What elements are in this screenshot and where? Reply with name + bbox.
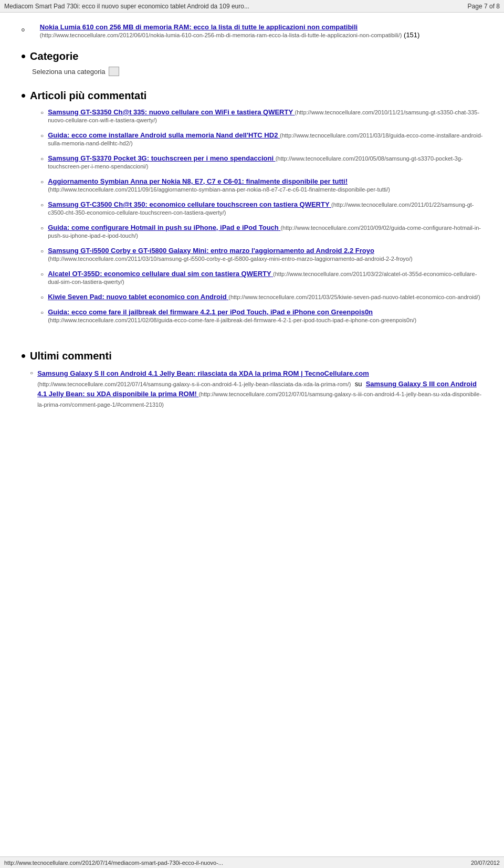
top-bar: Mediacom Smart Pad 730i: ecco il nuovo s…: [0, 0, 504, 13]
seleziona-row: Seleziona una categoria: [32, 67, 119, 76]
article-link[interactable]: Samsung GT-C3500 Ch@t 350: economico cel…: [48, 200, 331, 208]
article-content: Kiwie Seven Pad: nuovo tablet economico …: [48, 293, 483, 301]
article-link[interactable]: Samsung GT-S3350 Ch@t 335: nuovo cellula…: [48, 108, 295, 116]
nokia-content: Nokia Lumia 610 con 256 MB di memoria RA…: [40, 23, 483, 39]
article-content: Samsung GT-S3370 Pocket 3G: touchscreen …: [48, 154, 483, 170]
article-link[interactable]: Samsung GT-S3370 Pocket 3G: touchscreen …: [48, 154, 275, 162]
seleziona-label: Seleziona una categoria: [32, 68, 106, 76]
article-content: Aggiornamento Symbian Anna per Nokia N8,…: [48, 177, 483, 193]
nokia-link[interactable]: Nokia Lumia 610 con 256 MB di memoria RA…: [40, 23, 358, 31]
list-bullet: ○: [40, 225, 44, 231]
list-item: ○ Samsung Galaxy S II con Android 4.1 Je…: [30, 368, 483, 409]
articoli-bullet: •: [21, 88, 26, 104]
seleziona-box[interactable]: [109, 67, 119, 76]
articoli-section: • Articoli più commentati ○ Samsung GT-S…: [21, 90, 483, 347]
list-bullet: ○: [40, 133, 44, 139]
categorie-content: Categorie Seleziona una categoria: [30, 50, 119, 76]
article-list: ○ Samsung GT-S3350 Ch@t 335: nuovo cellu…: [40, 108, 483, 324]
article-content: Samsung GT-S3350 Ch@t 335: nuovo cellula…: [48, 108, 483, 124]
article-link[interactable]: Samsung GT-i5500 Corby e GT-i5800 Galaxy…: [48, 247, 374, 255]
article-url: (http://www.tecnocellulare.com/2011/02/0…: [48, 317, 416, 323]
article-content: Guida: ecco come installare Android sull…: [48, 131, 483, 147]
list-item: ○ Kiwie Seven Pad: nuovo tablet economic…: [40, 293, 483, 301]
comment-source-link[interactable]: Samsung Galaxy S II con Android 4.1 Jell…: [37, 369, 369, 377]
list-item: ○ Alcatel OT-355D: economico cellulare d…: [40, 270, 483, 285]
list-bullet: ○: [40, 202, 44, 208]
nokia-bullet: ◦: [21, 23, 25, 37]
categorie-section: • Categorie Seleziona una categoria: [21, 50, 483, 87]
page-of: of: [489, 3, 495, 10]
list-bullet: ○: [40, 156, 44, 162]
list-bullet: ○: [40, 248, 44, 254]
article-url: (http://www.tecnocellulare.com/2011/03/2…: [228, 294, 480, 300]
ultimi-content: Ultimi commenti ○ Samsung Galaxy S II co…: [30, 350, 483, 416]
list-bullet: ○: [40, 271, 44, 277]
article-url: (http://www.tecnocellulare.com/2011/03/1…: [48, 256, 413, 262]
list-item: ○ Guida: ecco come fare il jailbreak del…: [40, 308, 483, 324]
list-bullet: ○: [40, 179, 44, 185]
list-item: ○ Samsung GT-S3370 Pocket 3G: touchscree…: [40, 154, 483, 170]
comment-connector: su: [355, 380, 362, 388]
list-bullet: ○: [30, 370, 33, 376]
article-content: Guida: come configurare Hotmail in push …: [48, 224, 483, 239]
list-item: ○ Samsung GT-C3500 Ch@t 350: economico c…: [40, 200, 483, 216]
comment-content: Samsung Galaxy S II con Android 4.1 Jell…: [37, 368, 483, 409]
ultimi-bullet: •: [21, 348, 26, 364]
page-total: 8: [496, 3, 500, 10]
list-bullet: ○: [40, 310, 44, 315]
categorie-heading: Categorie: [30, 50, 119, 62]
articoli-heading: Articoli più commentati: [30, 90, 483, 102]
categorie-bullet: •: [21, 48, 26, 65]
page-indicator: Page 7 of 8: [468, 3, 500, 10]
ultimi-heading: Ultimi commenti: [30, 350, 483, 362]
article-link[interactable]: Kiwie Seven Pad: nuovo tablet economico …: [48, 293, 228, 301]
comment-source-url: (http://www.tecnocellulare.com/2012/07/1…: [37, 381, 351, 387]
article-link[interactable]: Aggiornamento Symbian Anna per Nokia N8,…: [48, 177, 348, 185]
list-item: ○ Guida: ecco come installare Android su…: [40, 131, 483, 147]
articoli-content: Articoli più commentati ○ Samsung GT-S33…: [30, 90, 483, 331]
article-url: (http://www.tecnocellulare.com/2011/09/1…: [48, 186, 390, 193]
list-item: ○ Samsung GT-S3350 Ch@t 335: nuovo cellu…: [40, 108, 483, 124]
page-current: 7: [484, 3, 488, 10]
article-content: Samsung GT-C3500 Ch@t 350: economico cel…: [48, 200, 483, 216]
list-bullet: ○: [40, 110, 44, 115]
article-content: Alcatel OT-355D: economico cellulare dua…: [48, 270, 483, 285]
list-bullet: ○: [40, 294, 44, 300]
article-link[interactable]: Alcatel OT-355D: economico cellulare dua…: [48, 270, 273, 278]
list-item: ○ Aggiornamento Symbian Anna per Nokia N…: [40, 177, 483, 193]
page-prefix: Page: [468, 3, 482, 10]
nokia-entry: ◦ Nokia Lumia 610 con 256 MB di memoria …: [21, 23, 483, 47]
article-content: Samsung GT-i5500 Corby e GT-i5800 Galaxy…: [48, 247, 483, 262]
page-title: Mediacom Smart Pad 730i: ecco il nuovo s…: [4, 3, 468, 10]
main-content: ◦ Nokia Lumia 610 con 256 MB di memoria …: [0, 13, 504, 440]
ultimi-section: • Ultimi commenti ○ Samsung Galaxy S II …: [21, 350, 483, 426]
article-link[interactable]: Guida: ecco come installare Android sull…: [48, 131, 280, 139]
article-content: Guida: ecco come fare il jailbreak del f…: [48, 308, 483, 324]
article-link[interactable]: Guida: ecco come fare il jailbreak del f…: [48, 308, 373, 316]
nokia-count: (151): [404, 31, 419, 39]
nokia-url: (http://www.tecnocellulare.com/2012/06/0…: [40, 32, 402, 38]
list-item: ○ Samsung GT-i5500 Corby e GT-i5800 Gala…: [40, 247, 483, 262]
article-link[interactable]: Guida: come configurare Hotmail in push …: [48, 224, 280, 231]
list-item: ○ Guida: come configurare Hotmail in pus…: [40, 224, 483, 239]
